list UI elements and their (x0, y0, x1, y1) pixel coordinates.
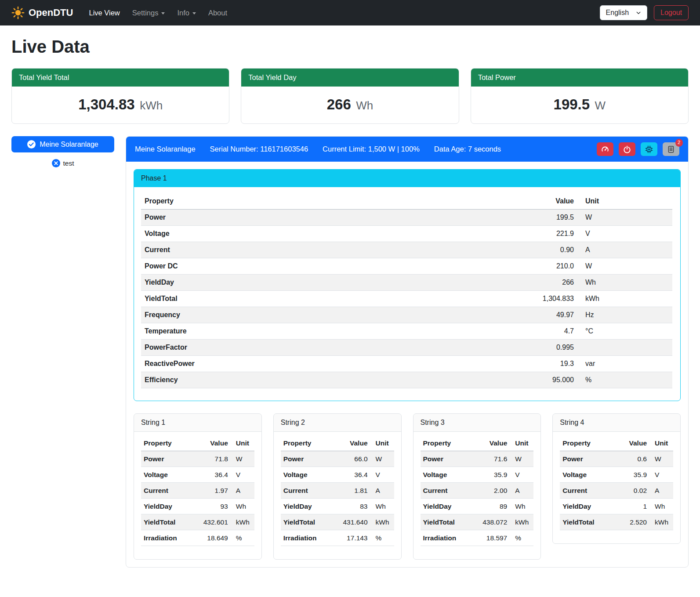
language-value: English (606, 9, 629, 17)
inverter-item-test[interactable]: test (11, 159, 114, 167)
inverter-name: Meine Solaranlage (135, 145, 196, 153)
event-log-button[interactable]: 2 (663, 142, 679, 156)
value-cell: 36.4 (331, 467, 370, 483)
device-info-button[interactable] (641, 142, 657, 156)
column-property: Property (421, 435, 471, 451)
summary-card-title: Total Power (471, 69, 688, 87)
table-row: Current0.02A (560, 483, 673, 499)
logout-button[interactable]: Logout (654, 5, 689, 20)
string-card-3: String 3 Property Value Unit (413, 413, 541, 560)
unit-cell: Hz (577, 307, 672, 323)
journal-icon (667, 145, 675, 153)
table-row: Voltage35.9V (421, 467, 534, 483)
value-cell: 438.072 (471, 514, 510, 530)
value-cell: 199.5 (402, 210, 577, 226)
unit-cell: Wh (370, 499, 394, 514)
table-row: YieldDay93Wh (141, 499, 254, 514)
table-row: Power DC210.0W (141, 258, 672, 275)
unit-cell: Wh (510, 499, 533, 514)
data-age: Data Age: 7 seconds (434, 145, 501, 153)
table-row: Voltage35.9V (560, 467, 673, 483)
summary-card-unit: W (595, 99, 606, 112)
unit-cell: A (370, 483, 394, 499)
unit-cell: % (577, 372, 672, 388)
property-cell: Voltage (141, 467, 192, 483)
nav-item-info-label: Info (177, 9, 189, 17)
table-row: YieldDay266Wh (141, 275, 672, 291)
property-cell: Current (560, 483, 615, 499)
summary-card-value: 199.5 (554, 96, 590, 112)
property-cell: Irradiation (281, 530, 331, 546)
unit-cell (577, 340, 672, 356)
nav-item-settings[interactable]: Settings (126, 5, 171, 21)
unit-cell: W (231, 451, 254, 467)
table-row: Efficiency95.000% (141, 372, 672, 388)
property-cell: Current (281, 483, 331, 499)
summary-card-total-yield-total: Total Yield Total 1,304.83 kWh (11, 68, 229, 124)
unit-cell: kWh (231, 514, 254, 530)
value-cell: 2.00 (471, 483, 510, 499)
property-cell: Voltage (141, 226, 402, 242)
limit-settings-button[interactable] (597, 142, 613, 156)
unit-cell: % (510, 530, 533, 546)
unit-cell: W (370, 451, 394, 467)
nav-item-about[interactable]: About (202, 5, 233, 21)
value-cell: 431.640 (331, 514, 370, 530)
unit-cell: V (577, 226, 672, 242)
value-cell: 0.6 (615, 451, 649, 467)
sun-icon (11, 6, 25, 19)
table-row: Frequency49.97Hz (141, 307, 672, 323)
serial-number: Serial Number: 116171603546 (210, 145, 308, 153)
summary-card-total-yield-day: Total Yield Day 266 Wh (241, 68, 459, 124)
table-row: Current2.00A (421, 483, 534, 499)
table-header-row: Property Value Unit (141, 435, 254, 451)
brand-link[interactable]: OpenDTU (11, 6, 73, 19)
value-cell: 0.02 (615, 483, 649, 499)
string-card-title: String 1 (134, 414, 261, 432)
summary-cards-row: Total Yield Total 1,304.83 kWh Total Yie… (11, 68, 689, 124)
table-row: Power71.8W (141, 451, 254, 467)
power-button[interactable] (619, 142, 635, 156)
summary-card-unit: Wh (356, 99, 373, 112)
nav-item-live-view[interactable]: Live View (83, 5, 126, 21)
unit-cell: A (649, 483, 673, 499)
phase-table: Property Value Unit Power199.5WVoltage22… (141, 193, 672, 388)
unit-cell: W (577, 258, 672, 275)
strings-row: String 1 Property Value Unit (134, 413, 681, 560)
unit-cell: kWh (649, 514, 673, 530)
unit-cell: Wh (577, 275, 672, 291)
table-row: YieldDay89Wh (421, 499, 534, 514)
column-unit: Unit (649, 435, 673, 451)
nav-item-settings-label: Settings (132, 9, 159, 17)
table-row: YieldDay83Wh (281, 499, 394, 514)
table-row: Power71.6W (421, 451, 534, 467)
unit-cell: Wh (649, 499, 673, 514)
table-row: Irradiation18.597% (421, 530, 534, 546)
language-select[interactable]: English (600, 5, 647, 20)
string-card-title: String 2 (274, 414, 401, 432)
property-cell: Voltage (560, 467, 615, 483)
table-row: YieldTotal432.601kWh (141, 514, 254, 530)
unit-cell: kWh (577, 291, 672, 307)
table-row: Irradiation18.649% (141, 530, 254, 546)
column-unit: Unit (510, 435, 533, 451)
table-header-row: Property Value Unit (421, 435, 534, 451)
check-circle-icon (27, 140, 36, 148)
inverter-panel: Meine Solaranlage Serial Number: 1161716… (126, 136, 689, 568)
value-cell: 2.520 (615, 514, 649, 530)
inverter-select-button[interactable]: Meine Solaranlage (11, 136, 114, 152)
column-property: Property (141, 435, 192, 451)
summary-card-title: Total Yield Day (241, 69, 458, 87)
summary-card-total-power: Total Power 199.5 W (471, 68, 689, 124)
table-header-row: Property Value Unit (141, 193, 672, 210)
chevron-down-icon (636, 10, 641, 15)
value-cell: 89 (471, 499, 510, 514)
column-value: Value (331, 435, 370, 451)
string-card-4: String 4 Property Value Unit (552, 413, 681, 544)
unit-cell: W (649, 451, 673, 467)
column-value: Value (192, 435, 231, 451)
string-table: Property Value Unit Power66.0WVoltage36.… (281, 435, 394, 546)
property-cell: YieldTotal (560, 514, 615, 530)
property-cell: YieldTotal (421, 514, 471, 530)
nav-item-info[interactable]: Info (171, 5, 202, 21)
